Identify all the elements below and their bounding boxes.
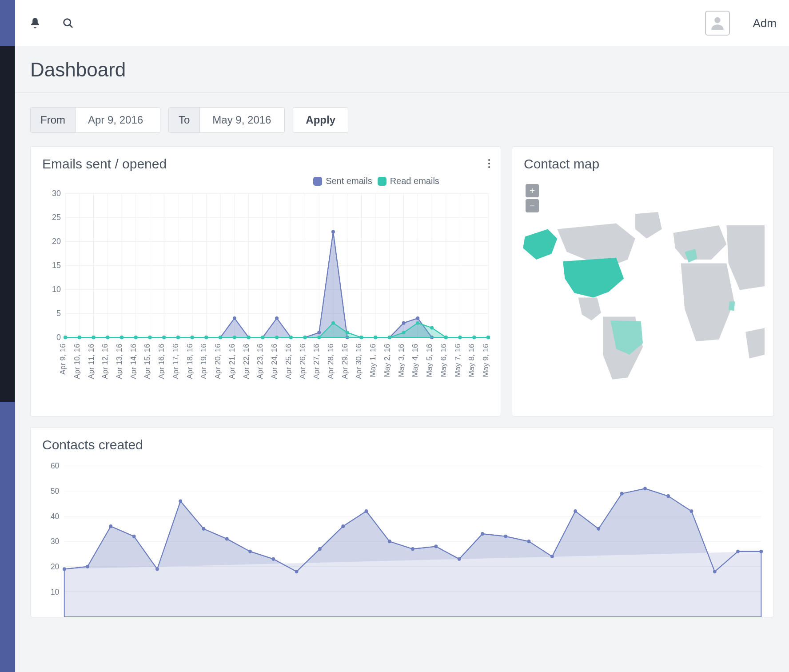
to-date-input[interactable]: May 9, 2016 bbox=[200, 108, 284, 132]
svg-text:May 2, 16: May 2, 16 bbox=[383, 344, 391, 377]
map-zoom-out-button[interactable]: − bbox=[526, 199, 539, 212]
svg-text:May 1, 16: May 1, 16 bbox=[369, 344, 377, 377]
svg-point-171 bbox=[411, 547, 414, 551]
to-label: To bbox=[169, 108, 200, 132]
svg-point-157 bbox=[86, 565, 89, 568]
svg-point-174 bbox=[481, 532, 484, 536]
svg-point-76 bbox=[416, 316, 419, 320]
contact-map-title: Contact map bbox=[512, 147, 773, 176]
svg-point-105 bbox=[388, 336, 391, 339]
svg-text:30: 30 bbox=[51, 537, 59, 546]
svg-point-110 bbox=[458, 336, 462, 339]
contacts-card: Contacts created 102030405060 bbox=[30, 427, 774, 617]
svg-text:May 9, 16: May 9, 16 bbox=[482, 344, 490, 377]
svg-point-162 bbox=[202, 527, 206, 531]
svg-point-183 bbox=[690, 509, 693, 513]
svg-line-1 bbox=[70, 25, 72, 28]
svg-point-180 bbox=[620, 492, 624, 495]
emails-card-title: Emails sent / opened bbox=[31, 147, 501, 176]
contacts-card-title: Contacts created bbox=[31, 428, 773, 457]
svg-point-86 bbox=[120, 336, 124, 339]
svg-point-172 bbox=[434, 544, 438, 548]
svg-point-177 bbox=[550, 555, 554, 558]
contact-map[interactable]: + − bbox=[512, 176, 773, 416]
svg-point-4 bbox=[488, 163, 490, 164]
map-zoom-in-button[interactable]: + bbox=[526, 184, 539, 197]
svg-text:May 7, 16: May 7, 16 bbox=[454, 344, 462, 377]
svg-text:Apr 13, 16: Apr 13, 16 bbox=[115, 344, 124, 379]
svg-point-97 bbox=[275, 336, 279, 339]
svg-point-2 bbox=[714, 17, 720, 23]
svg-point-98 bbox=[289, 336, 293, 339]
svg-text:Apr 28, 16: Apr 28, 16 bbox=[327, 344, 335, 379]
svg-point-182 bbox=[666, 494, 670, 498]
svg-point-161 bbox=[179, 499, 182, 503]
svg-point-111 bbox=[472, 336, 476, 339]
left-nav-rail bbox=[0, 0, 15, 672]
svg-point-69 bbox=[317, 331, 321, 334]
svg-point-112 bbox=[486, 336, 490, 339]
svg-text:40: 40 bbox=[51, 512, 59, 521]
svg-point-185 bbox=[736, 550, 740, 553]
user-label: Adm bbox=[753, 16, 777, 30]
svg-text:Apr 29, 16: Apr 29, 16 bbox=[341, 344, 349, 379]
notifications-icon[interactable] bbox=[28, 16, 43, 31]
svg-text:Apr 22, 16: Apr 22, 16 bbox=[242, 344, 251, 379]
page-title: Dashboard bbox=[30, 59, 774, 81]
svg-text:May 6, 16: May 6, 16 bbox=[439, 344, 448, 377]
svg-text:0: 0 bbox=[56, 333, 61, 342]
svg-point-184 bbox=[713, 570, 717, 573]
svg-text:May 4, 16: May 4, 16 bbox=[411, 344, 419, 377]
svg-point-5 bbox=[488, 166, 490, 168]
legend-sent-swatch bbox=[313, 177, 322, 186]
svg-point-164 bbox=[248, 550, 252, 553]
svg-point-181 bbox=[643, 487, 647, 490]
emails-card-menu-icon[interactable] bbox=[487, 158, 491, 171]
svg-point-91 bbox=[191, 336, 194, 339]
svg-text:Apr 16, 16: Apr 16, 16 bbox=[157, 344, 166, 379]
svg-point-175 bbox=[504, 535, 507, 538]
svg-point-3 bbox=[488, 159, 490, 161]
from-date-segment: From Apr 9, 2016 bbox=[30, 107, 160, 133]
legend-sent: Sent emails bbox=[313, 176, 372, 186]
svg-text:30: 30 bbox=[52, 189, 61, 198]
svg-point-83 bbox=[78, 336, 81, 339]
from-date-input[interactable]: Apr 9, 2016 bbox=[76, 108, 160, 132]
date-filter-row: From Apr 9, 2016 To May 9, 2016 Apply bbox=[15, 93, 789, 146]
svg-text:Apr 26, 16: Apr 26, 16 bbox=[299, 344, 307, 379]
svg-point-63 bbox=[233, 316, 236, 320]
legend-read-swatch bbox=[378, 177, 387, 186]
search-icon[interactable] bbox=[60, 16, 76, 31]
svg-point-158 bbox=[109, 524, 112, 528]
avatar[interactable] bbox=[705, 11, 730, 36]
svg-point-96 bbox=[261, 336, 264, 339]
apply-button[interactable]: Apply bbox=[293, 107, 348, 133]
svg-point-179 bbox=[597, 527, 601, 531]
svg-point-160 bbox=[155, 567, 159, 571]
legend-read: Read emails bbox=[378, 176, 439, 186]
svg-point-186 bbox=[760, 550, 763, 553]
svg-point-89 bbox=[162, 336, 166, 339]
svg-point-109 bbox=[444, 336, 448, 339]
from-label: From bbox=[31, 108, 76, 132]
svg-point-163 bbox=[225, 537, 229, 540]
contacts-chart: 102030405060 bbox=[31, 457, 773, 617]
svg-point-166 bbox=[295, 570, 299, 573]
svg-text:May 8, 16: May 8, 16 bbox=[467, 344, 476, 377]
svg-text:Apr 21, 16: Apr 21, 16 bbox=[228, 344, 236, 379]
svg-text:50: 50 bbox=[51, 487, 59, 496]
svg-text:60: 60 bbox=[51, 461, 59, 471]
svg-point-92 bbox=[204, 336, 208, 339]
svg-text:May 3, 16: May 3, 16 bbox=[397, 344, 406, 377]
svg-text:15: 15 bbox=[52, 261, 61, 270]
svg-point-88 bbox=[148, 336, 151, 339]
svg-text:Apr 11, 16: Apr 11, 16 bbox=[87, 344, 96, 379]
svg-point-106 bbox=[402, 331, 406, 334]
top-bar: Adm bbox=[15, 0, 789, 46]
legend-read-label: Read emails bbox=[390, 176, 439, 186]
svg-text:Apr 10, 16: Apr 10, 16 bbox=[73, 344, 81, 379]
svg-text:10: 10 bbox=[52, 285, 61, 294]
svg-text:Apr 15, 16: Apr 15, 16 bbox=[143, 344, 152, 379]
svg-point-176 bbox=[527, 540, 531, 543]
svg-text:25: 25 bbox=[52, 213, 61, 222]
